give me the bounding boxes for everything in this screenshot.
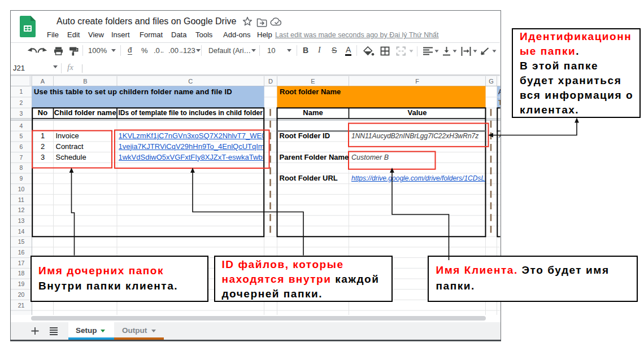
svg-text:3: 3 [20, 110, 23, 117]
svg-text:A: A [41, 78, 45, 85]
svg-text:10: 10 [18, 186, 25, 192]
svg-text:18: 18 [18, 270, 25, 277]
svg-text:8: 8 [20, 164, 23, 171]
svg-text:7: 7 [20, 154, 23, 161]
svg-text:20: 20 [18, 291, 25, 298]
svg-text:14: 14 [18, 228, 25, 235]
svg-text:B: B [83, 78, 87, 85]
svg-text:11: 11 [18, 196, 24, 203]
svg-text:5: 5 [20, 133, 23, 139]
svg-text:12: 12 [18, 207, 25, 213]
svg-text:21: 21 [18, 302, 25, 309]
svg-text:9: 9 [20, 175, 23, 182]
svg-text:19: 19 [18, 280, 25, 287]
svg-text:D: D [268, 78, 273, 85]
svg-text:1: 1 [20, 88, 23, 95]
svg-text:15: 15 [18, 238, 25, 245]
svg-text:2: 2 [20, 99, 23, 106]
svg-text:16: 16 [18, 249, 25, 256]
svg-text:C: C [188, 78, 193, 85]
svg-text:13: 13 [18, 217, 25, 224]
svg-text:G: G [489, 78, 494, 85]
svg-text:4: 4 [20, 122, 23, 129]
svg-text:6: 6 [20, 143, 23, 150]
svg-text:E: E [311, 78, 315, 85]
svg-text:17: 17 [18, 260, 25, 266]
svg-text:F: F [415, 78, 419, 85]
